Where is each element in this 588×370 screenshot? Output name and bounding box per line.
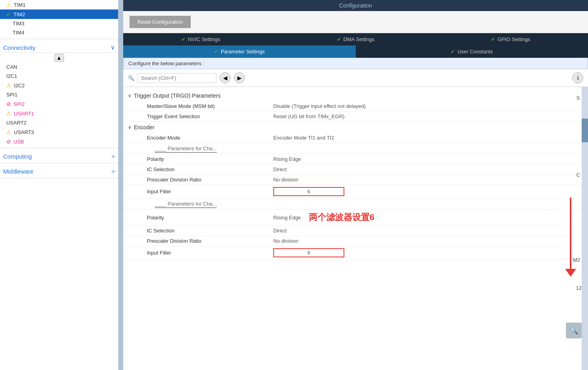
tab-gpio[interactable]: ✔ GPIO Settings [433, 33, 588, 45]
search-input[interactable] [137, 73, 216, 83]
param-name: Prescaler Division Ratio [147, 238, 273, 244]
tab-nvic[interactable]: ✔ NVIC Settings [123, 33, 278, 45]
param-row-input-filter-2: Input Filter 6 [123, 246, 588, 260]
check-icon: ✔ [451, 49, 455, 55]
warning-icon: ⚠ [6, 129, 11, 135]
prev-button[interactable]: ◀ [220, 72, 231, 83]
page-title: Configuration [339, 2, 372, 9]
sidebar-item-label: CAN [6, 64, 17, 70]
param-value-boxed-2[interactable]: 6 [273, 248, 344, 257]
param-name: Input Filter [147, 250, 273, 256]
sidebar-item-label: USB [13, 139, 24, 145]
connectivity-label: Connectivity [3, 44, 36, 51]
vertical-scrollbar[interactable] [582, 87, 588, 370]
tab-label: NVIC Settings [188, 36, 220, 42]
sidebar-item-i2c2[interactable]: ⚠ I2C2 [0, 81, 118, 90]
reset-section: Reset Configuration [123, 11, 588, 33]
arrow-head [565, 269, 576, 277]
param-value-boxed[interactable]: 6 [273, 187, 344, 196]
scroll-thumb[interactable] [582, 119, 588, 142]
blocked-icon: ⊘ [6, 101, 11, 107]
encoder-section-header[interactable]: ∨ Encoder [123, 122, 588, 133]
param-value: Disable (Trigger input effect not delaye… [273, 103, 366, 109]
param-name: IC Selection [147, 228, 273, 234]
sidebar-item-tim4[interactable]: TIM4 [0, 28, 118, 37]
sidebar-item-i2c1[interactable]: I2C1 [0, 72, 118, 81]
sidebar-item-usart3[interactable]: ⚠ USART3 [0, 127, 118, 137]
tab-user-constants[interactable]: ✔ User Constants [356, 45, 588, 58]
param-row: Polarity Rising Edge 两个滤波器设置6 [123, 210, 588, 226]
tab-label: User Constants [457, 49, 493, 55]
right-label-s: S [577, 95, 580, 101]
check-icon: ✔ [337, 36, 341, 42]
chevron-down-icon: ∨ [111, 44, 115, 51]
warning-icon: ⚠ [6, 82, 11, 89]
check-icon: ✔ [214, 49, 218, 55]
tab-label: GPIO Settings [498, 36, 530, 42]
tabs-row1: ✔ NVIC Settings ✔ DMA Settings ✔ GPIO Se… [123, 33, 588, 45]
sidebar-item-label: TIM2 [13, 11, 25, 17]
sidebar-item-usb[interactable]: ⊘ USB [0, 137, 118, 146]
param-value: No division [273, 177, 299, 183]
param-value: Encoder Mode TI1 and TI2 [273, 135, 334, 141]
check-icon: ✔ [6, 11, 11, 17]
middleware-section[interactable]: Middleware > [0, 165, 118, 176]
sidebar-item-label: TIM3 [13, 21, 24, 26]
param-row: Prescaler Division Ratio No division [123, 175, 588, 185]
sidebar-item-label: USART3 [14, 129, 34, 135]
param-row: Prescaler Division Ratio No division [123, 236, 588, 246]
scroll-up-button[interactable]: ▲ [54, 54, 64, 62]
info-button[interactable]: ℹ [572, 72, 583, 83]
param-name: Prescaler Division Ratio [147, 177, 273, 183]
computing-label: Computing [3, 153, 32, 160]
sidebar: ⚠ TIM1 ✔ TIM2 TIM3 TIM4 Connectivity ∨ ▲… [0, 0, 118, 370]
param-name: Polarity [147, 215, 273, 221]
chevron-right-icon: > [111, 153, 115, 160]
sidebar-item-tim2[interactable]: ✔ TIM2 [0, 9, 118, 19]
param-row: Master/Slave Mode (MSM bit) Disable (Tri… [123, 101, 588, 111]
tab-dma[interactable]: ✔ DMA Settings [278, 33, 433, 45]
sidebar-item-spi2[interactable]: ⊘ SPI2 [0, 99, 118, 109]
param-row: Encoder Mode Encoder Mode TI1 and TI2 [123, 133, 588, 143]
sidebar-item-label: TIM4 [13, 30, 24, 36]
search-fab-button[interactable]: 🔍 [566, 323, 582, 338]
sidebar-item-usart2[interactable]: USART2 [0, 118, 118, 127]
chevron-right-icon: > [111, 168, 115, 175]
right-label-12: 12 [576, 285, 582, 291]
param-name: IC Selection [147, 166, 273, 172]
check-icon: ✔ [491, 36, 495, 42]
warning-icon: ⚠ [6, 110, 11, 117]
sidebar-item-usart1[interactable]: ⚠ USART1 [0, 109, 118, 118]
computing-section[interactable]: Computing > [0, 150, 118, 161]
param-value: Direct [273, 228, 287, 234]
reset-config-button[interactable]: Reset Configuration [130, 16, 191, 28]
param-name: Input Filter [147, 189, 273, 194]
sidebar-item-tim3[interactable]: TIM3 [0, 19, 118, 28]
sidebar-scrollbar[interactable] [118, 0, 123, 370]
next-button[interactable]: ▶ [234, 72, 245, 83]
params-area: ∨ Trigger Output (TRGO) Parameters Maste… [123, 87, 588, 370]
param-row: IC Selection Direct [123, 226, 588, 236]
arrow-shaft [570, 198, 571, 269]
sub-section-label: ____ Parameters for Cha... [123, 143, 588, 154]
param-row-input-filter-1: Input Filter 6 [123, 185, 588, 198]
param-value: Direct [273, 166, 287, 172]
check-icon: ✔ [181, 36, 186, 42]
right-edge-labels: S C [577, 95, 580, 178]
sidebar-item-can[interactable]: CAN [0, 62, 118, 72]
divider [0, 39, 118, 39]
right-label-c: C [577, 172, 580, 178]
sidebar-item-label: USART1 [14, 111, 34, 117]
connectivity-section[interactable]: Connectivity ∨ [0, 41, 118, 53]
tab-parameter-settings[interactable]: ✔ Parameter Settings [123, 45, 356, 58]
top-bar: Configuration [123, 0, 588, 11]
search-icon: 🔍 [128, 75, 134, 81]
sidebar-item-tim1[interactable]: ⚠ TIM1 [0, 0, 118, 9]
sidebar-item-spi1[interactable]: SPI1 [0, 90, 118, 99]
annotation-label: 两个滤波器设置6 [309, 211, 374, 223]
param-value: No division [273, 238, 299, 244]
warning-icon: ⚠ [6, 2, 11, 8]
trgo-section-header[interactable]: ∨ Trigger Output (TRGO) Parameters [123, 90, 588, 101]
tab-label: Parameter Settings [221, 49, 265, 55]
section-title: Trigger Output (TRGO) Parameters [134, 92, 221, 99]
